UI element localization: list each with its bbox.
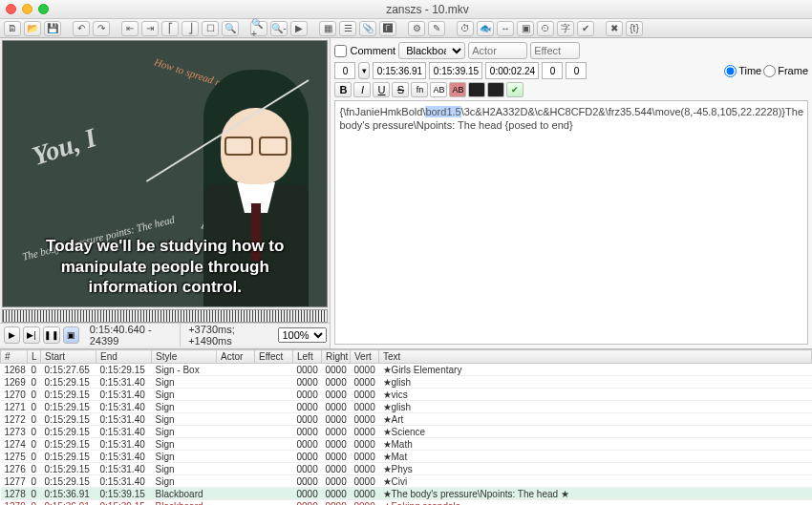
table-row[interactable]: 126900:15:29.150:15:31.40Sign00000000000…: [1, 376, 812, 389]
outline-color-button[interactable]: [468, 82, 485, 97]
col-effect: Effect: [255, 350, 293, 364]
minimize-window-button[interactable]: [22, 4, 32, 14]
strike-button[interactable]: S: [392, 82, 409, 97]
undo-icon[interactable]: ↶: [73, 21, 90, 36]
video-jump-icon[interactable]: ▶: [290, 21, 308, 36]
automation-icon[interactable]: ⚙: [408, 21, 425, 36]
titlebar: zanszs - 10.mkv: [0, 0, 812, 19]
jump-start-icon[interactable]: ⇤: [121, 21, 139, 36]
zoom-in-icon[interactable]: 🔍+: [250, 21, 267, 36]
frame-mode-label: Frame: [778, 65, 808, 76]
table-row[interactable]: 127600:15:29.150:15:31.40Sign00000000000…: [1, 463, 812, 475]
subtitle-text-editor[interactable]: {\fnJanieHmkBold\bord1.5\3c&H2A332D&\c&H…: [334, 100, 808, 345]
options-icon[interactable]: ✖: [606, 21, 623, 36]
start-time-input[interactable]: [373, 62, 426, 79]
video-time-readout: 0:15:40.640 - 24399: [82, 324, 177, 347]
save-file-icon[interactable]: 💾: [44, 21, 61, 36]
styles-list-icon[interactable]: ☰: [339, 21, 356, 36]
col-number: #: [1, 350, 28, 364]
shift-times-icon[interactable]: ⏱: [457, 21, 474, 36]
table-row[interactable]: 126800:15:27.650:15:29.15Sign - Box00000…: [1, 364, 812, 376]
table-row[interactable]: 127000:15:29.150:15:31.40Sign00000000000…: [1, 389, 812, 401]
col-left: Left: [293, 350, 322, 364]
play-button[interactable]: ▶: [4, 326, 20, 344]
open-file-icon[interactable]: 📂: [24, 21, 41, 36]
time-mode-radio[interactable]: [724, 65, 737, 77]
end-time-input[interactable]: [429, 62, 482, 79]
play-line-button[interactable]: ▶|: [23, 326, 39, 344]
table-row[interactable]: 127200:15:29.150:15:31.40Sign00000000000…: [1, 413, 812, 426]
chalk-you-i: You, I: [29, 122, 100, 172]
snap-start-icon[interactable]: ⎡: [161, 21, 179, 36]
comment-checkbox[interactable]: [334, 45, 347, 57]
col-layer: L: [28, 350, 41, 364]
fonts-collector-icon[interactable]: 🅵: [379, 21, 396, 36]
col-actor: Actor: [217, 350, 255, 364]
select-visible-icon[interactable]: ☐: [202, 21, 219, 36]
table-row[interactable]: 127300:15:29.150:15:31.40Sign00000000000…: [1, 426, 812, 438]
window-title: zanszs - 10.mkv: [49, 3, 806, 16]
snap-end-icon[interactable]: ⎦: [182, 21, 199, 36]
secondary-color-button[interactable]: AB: [449, 82, 466, 97]
subtitle-grid[interactable]: # L Start End Style Actor Effect Left Ri…: [0, 348, 812, 505]
kanji-timer-icon[interactable]: 字: [557, 21, 574, 36]
transport-bar: ▶ ▶| ❚❚ ▣ 0:15:40.640 - 24399 +3730ms; +…: [0, 323, 330, 346]
pause-button[interactable]: ❚❚: [43, 326, 60, 344]
col-style: Style: [152, 350, 217, 364]
margin-l-input[interactable]: [542, 62, 563, 79]
new-file-icon[interactable]: 🗎: [4, 21, 21, 36]
close-window-button[interactable]: [6, 4, 16, 14]
edit-panel: Comment Blackboard ▾ Time Frame B I U S …: [331, 38, 812, 348]
frame-mode-radio[interactable]: [763, 65, 776, 77]
table-row[interactable]: 127700:15:29.150:15:31.40Sign00000000000…: [1, 475, 812, 488]
layer-input[interactable]: [334, 62, 355, 79]
video-preview[interactable]: You, I The body's pressure points: The h…: [2, 40, 328, 307]
margin-r-input[interactable]: [566, 62, 587, 79]
subtitle-overlay: Today we'll be studying how to manipulat…: [3, 236, 327, 297]
video-panel: You, I The body's pressure points: The h…: [0, 38, 331, 348]
timing-post-icon[interactable]: ⏲: [537, 21, 554, 36]
translation-assistant-icon[interactable]: ↔: [497, 21, 514, 36]
zoom-window-button[interactable]: [38, 4, 49, 14]
find-replace-icon[interactable]: 🔍: [222, 21, 239, 36]
layer-spinner[interactable]: ▾: [358, 62, 370, 79]
table-row[interactable]: 127500:15:29.150:15:31.40Sign00000000000…: [1, 451, 812, 463]
redo-icon[interactable]: ↷: [93, 21, 110, 36]
italic-button[interactable]: I: [353, 82, 371, 97]
underline-button[interactable]: U: [373, 82, 390, 97]
table-row[interactable]: 127800:15:36.910:15:39.15Blackboard00000…: [1, 488, 812, 500]
spellcheck-icon[interactable]: ✔: [577, 21, 594, 36]
bold-button[interactable]: B: [334, 82, 352, 97]
commit-button[interactable]: ✔: [506, 82, 524, 97]
zoom-out-icon[interactable]: 🔍-: [270, 21, 288, 36]
effect-input[interactable]: [530, 42, 580, 59]
assdraw-icon[interactable]: ✎: [428, 21, 445, 36]
style-select[interactable]: Blackboard: [398, 42, 465, 59]
attachments-icon[interactable]: 📎: [359, 21, 376, 36]
main-toolbar: 🗎 📂 💾 ↶ ↷ ⇤ ⇥ ⎡ ⎦ ☐ 🔍 🔍+ 🔍- ▶ ▦ ☰ 📎 🅵 ⚙ …: [0, 19, 812, 38]
resample-icon[interactable]: ▣: [517, 21, 534, 36]
col-right: Right: [322, 350, 351, 364]
table-row[interactable]: 127400:15:29.150:15:31.40Sign00000000000…: [1, 438, 812, 451]
styles-mgr-icon[interactable]: ▦: [319, 21, 336, 36]
jump-end-icon[interactable]: ⇥: [141, 21, 159, 36]
primary-color-button[interactable]: AB: [430, 82, 447, 97]
styling-assistant-icon[interactable]: 🐟: [477, 21, 494, 36]
col-text: Text: [379, 350, 812, 364]
table-row[interactable]: 127900:15:36.910:15:39.15Blackboard00000…: [1, 500, 812, 506]
subtitle-offset-readout: +3730ms; +1490ms: [180, 324, 274, 347]
col-start: Start: [41, 350, 96, 364]
audio-waveform[interactable]: [2, 309, 328, 323]
font-button[interactable]: fn: [411, 82, 428, 97]
comment-label: Comment: [350, 45, 395, 56]
col-end: End: [96, 350, 152, 364]
toggle-tags-icon[interactable]: {t}: [626, 21, 643, 36]
duration-input[interactable]: [485, 62, 539, 79]
autoscroll-toggle[interactable]: ▣: [63, 326, 79, 344]
zoom-select[interactable]: 100%: [278, 327, 327, 343]
grid-header-row: # L Start End Style Actor Effect Left Ri…: [1, 350, 812, 364]
shadow-color-button[interactable]: [487, 82, 504, 97]
table-row[interactable]: 127100:15:29.150:15:31.40Sign00000000000…: [1, 401, 812, 413]
actor-input[interactable]: [468, 42, 527, 59]
time-mode-label: Time: [738, 65, 761, 76]
